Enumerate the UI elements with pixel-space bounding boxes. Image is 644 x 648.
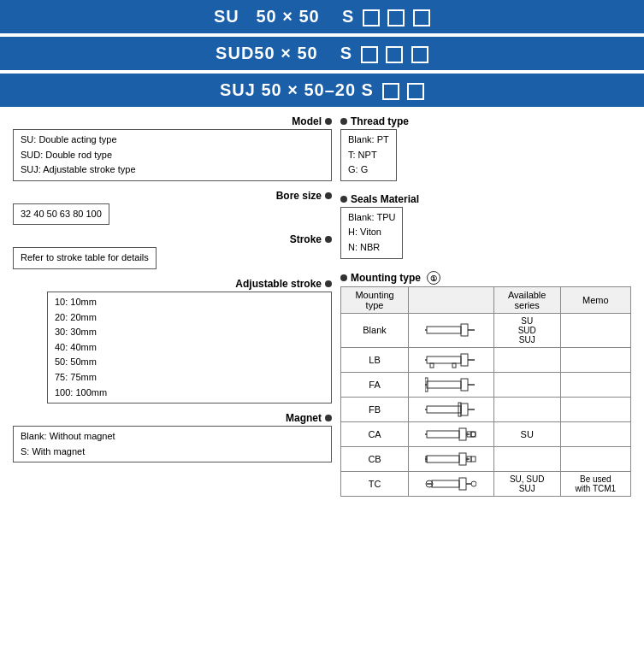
table-row: FB	[341, 397, 631, 421]
type-fa: FA	[341, 372, 409, 397]
svg-rect-8	[430, 363, 434, 368]
seals-label: Seals Material	[351, 193, 419, 205]
adjustable-title: Adjustable stroke	[47, 278, 332, 290]
bar-suj: SUJ 50 × 50–20 S	[0, 74, 644, 107]
icon-cb	[409, 446, 494, 471]
adjustable-section: Adjustable stroke 10: 10mm 20: 20mm 30: …	[47, 278, 332, 404]
thread-label: Thread type	[351, 115, 409, 127]
table-row: FA	[341, 372, 631, 397]
seal-1: H: Viton	[348, 225, 395, 240]
table-row: Blank SUSUDSUJ	[341, 313, 631, 347]
box1	[363, 9, 380, 27]
magnet-label: Magnet	[286, 412, 322, 424]
series-ca: SU	[493, 421, 560, 446]
box4	[361, 46, 378, 63]
series-tc: SU, SUDSUJ	[493, 471, 560, 496]
content-area: Model SU: Double acting type SUD: Double…	[0, 109, 644, 515]
seals-bullet	[340, 196, 347, 203]
type-tc: TC	[341, 471, 409, 496]
left-col: Model SU: Double acting type SUD: Double…	[13, 115, 340, 509]
svg-rect-28	[459, 453, 466, 465]
stroke-label: Stroke	[290, 233, 322, 245]
svg-rect-10	[427, 381, 461, 388]
memo-lb	[560, 347, 630, 372]
model-bullet	[325, 118, 332, 125]
thread-box: Blank: PT T: NPT G: G	[340, 129, 397, 181]
mounting-bullet	[340, 274, 347, 281]
right-col: Thread type Blank: PT T: NPT G: G Seals …	[340, 115, 631, 509]
seal-0: Blank: TPU	[348, 210, 395, 226]
type-ca: CA	[341, 421, 409, 446]
bore-section: Bore size 32 40 50 63 80 100	[13, 190, 332, 226]
svg-rect-4	[427, 356, 461, 363]
model-section: Model SU: Double acting type SUD: Double…	[13, 115, 332, 181]
memo-ca	[560, 421, 630, 446]
box6	[411, 46, 428, 63]
thr-2: G: G	[348, 162, 389, 178]
stroke-section: Stroke Refer to stroke table for details	[13, 233, 332, 269]
svg-rect-35	[459, 478, 466, 490]
type-fb: FB	[341, 397, 409, 421]
adj-2: 30: 30mm	[55, 325, 324, 340]
memo-blank	[560, 313, 630, 347]
bore-values: 32 40 50 63 80 100	[21, 209, 102, 219]
adjustable-bullet	[325, 280, 332, 287]
col-series: Availableseries	[493, 286, 560, 313]
bars-section: SU 50 × 50 S SUD50 × 50 S SUJ 50 × 50–20…	[0, 0, 644, 107]
magnet-bullet	[325, 415, 332, 421]
bar-su: SU 50 × 50 S	[0, 0, 644, 33]
table-row: CA	[341, 421, 631, 446]
type-blank: Blank	[341, 313, 409, 347]
col-icon	[409, 286, 494, 313]
seal-2: N: NBR	[348, 240, 395, 256]
svg-point-39	[471, 481, 476, 486]
bore-title: Bore size	[13, 190, 332, 202]
bore-label: Bore size	[276, 190, 322, 202]
box3	[413, 9, 430, 27]
mounting-label: Mounting type	[351, 272, 421, 284]
table-row: LB	[341, 347, 631, 372]
memo-fb	[560, 397, 630, 421]
icon-fa	[409, 372, 494, 397]
svg-rect-11	[461, 379, 468, 391]
circle-num: ①	[427, 271, 440, 285]
adj-1: 20: 20mm	[55, 310, 324, 326]
svg-rect-32	[471, 457, 476, 462]
box7	[382, 83, 399, 100]
table-header-row: Mountingtype Availableseries Memo	[341, 286, 631, 313]
series-blank: SUSUDSUJ	[493, 313, 560, 347]
stroke-title: Stroke	[13, 233, 332, 245]
box2	[387, 9, 405, 27]
model-label: Model	[292, 115, 322, 127]
box5	[386, 46, 403, 63]
thread-title: Thread type	[340, 115, 631, 127]
svg-rect-16	[461, 404, 468, 415]
model-item-1: SUD: Double rod type	[21, 148, 324, 163]
mounting-table: Mountingtype Availableseries Memo Blank	[340, 286, 631, 497]
adj-4: 50: 50mm	[55, 355, 324, 370]
model-title: Model	[13, 115, 332, 127]
adjustable-box: 10: 10mm 20: 20mm 30: 30mm 40: 40mm 50: …	[47, 292, 332, 404]
svg-rect-5	[461, 354, 468, 366]
mag-1: S: With magnet	[21, 445, 324, 460]
memo-cb	[560, 446, 630, 471]
svg-rect-20	[427, 431, 459, 438]
mounting-section: Mounting type ① Mountingtype Availablese…	[340, 271, 631, 497]
thread-bullet	[340, 118, 347, 125]
icon-tc	[409, 471, 494, 496]
svg-rect-27	[427, 456, 459, 462]
adj-0: 10: 10mm	[55, 295, 324, 310]
svg-rect-0	[427, 327, 461, 333]
series-cb	[493, 446, 560, 471]
mounting-title: Mounting type ①	[340, 271, 631, 285]
model-box: SU: Double acting type SUD: Double rod t…	[13, 129, 332, 181]
bore-box: 32 40 50 63 80 100	[13, 203, 109, 226]
type-cb: CB	[341, 446, 409, 471]
stroke-bullet	[325, 236, 332, 243]
series-fb	[493, 397, 560, 421]
seals-title: Seals Material	[340, 193, 631, 205]
magnet-section: Magnet Blank: Without magnet S: With mag…	[13, 412, 332, 462]
bar-sud: SUD50 × 50 S	[0, 37, 644, 70]
thread-section: Thread type Blank: PT T: NPT G: G	[340, 115, 631, 181]
series-fa	[493, 372, 560, 397]
